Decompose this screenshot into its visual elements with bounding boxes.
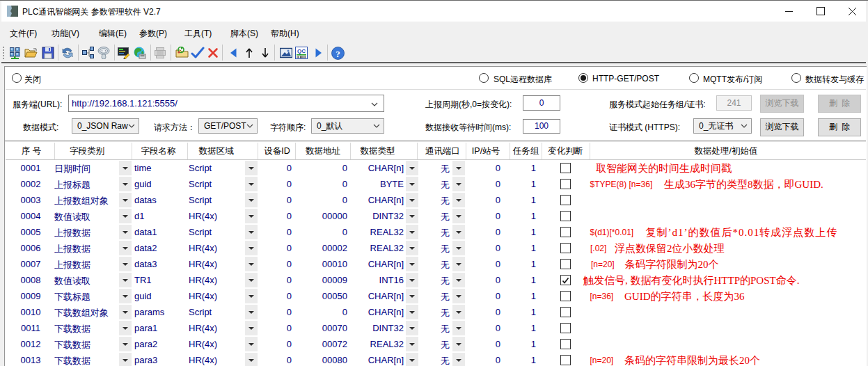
svg-text:QC: QC: [297, 48, 306, 54]
svg-text:?: ?: [336, 49, 340, 59]
